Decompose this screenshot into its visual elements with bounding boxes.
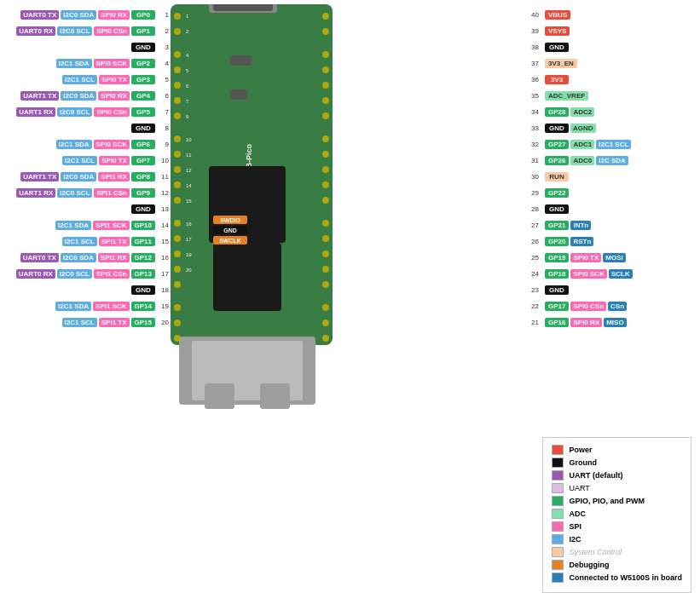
svg-text:12: 12: [186, 168, 192, 173]
gpio-label: GP28: [545, 107, 569, 117]
svg-point-15: [174, 135, 181, 142]
pin-function-label: UART0 RX: [16, 26, 55, 36]
right-pin-row: 22GP17SPI0 CSnCSn: [529, 298, 700, 314]
right-pin-row: 25GP19SPI0 TXMOSI: [529, 250, 700, 265]
pin-function-label: I2C1 SCL: [596, 140, 631, 149]
svg-point-47: [322, 335, 329, 342]
svg-point-46: [322, 319, 329, 326]
legend-color-box: [552, 547, 564, 557]
left-pin-row: UART0 RXI2C0 SCLSPI1 CSnGP1317: [0, 266, 171, 281]
pin-function-label: MISO: [604, 318, 626, 327]
gpio-label: GP18: [545, 269, 569, 279]
legend-color-box: [552, 573, 564, 583]
left-pin-row: UART1 RXI2C0 SCLSPI1 CSnGP912: [0, 185, 171, 200]
svg-text:SWDIO: SWDIO: [220, 217, 240, 223]
pin-function-label: SPI1 SCK: [93, 221, 129, 230]
pin-function-label: SPI0 SCK: [94, 140, 130, 149]
left-panel: UART0 TXI2C0 SDASPI0 RXGP01UART0 RXI2C0 …: [0, 0, 171, 610]
right-pin-row: 33GNDAGND: [529, 120, 700, 135]
right-pin-row: 21GP16SPI0 RXMISO: [529, 314, 700, 330]
legend-item: ADC: [552, 509, 682, 519]
legend-color-box: [552, 470, 564, 481]
legend-color-box: [552, 509, 564, 519]
legend-color-box: [552, 521, 564, 532]
gpio-label: GP19: [545, 253, 569, 262]
pin-function-label: UART1 RX: [16, 188, 55, 198]
gpio-label: GP9: [131, 188, 155, 198]
pin-function-label: SPI1 TX: [99, 318, 130, 327]
svg-text:20: 20: [186, 268, 192, 273]
gpio-label: GP4: [131, 91, 155, 101]
left-pin-row: UART1 RXI2C0 SCLSPI0 CSnGP57: [0, 104, 171, 119]
legend-item: System Control: [552, 547, 682, 557]
svg-point-14: [174, 112, 181, 119]
legend-color-box: [552, 445, 564, 455]
svg-point-43: [322, 266, 329, 273]
svg-rect-5: [205, 383, 234, 409]
svg-point-17: [174, 166, 181, 173]
svg-text:19: 19: [186, 252, 192, 257]
pin-number: 23: [531, 286, 543, 294]
pin-function-label: UART0 TX: [20, 10, 59, 20]
svg-point-36: [322, 151, 329, 158]
svg-point-13: [174, 97, 181, 104]
pin-function-label: SPI1 RX: [98, 172, 130, 181]
pin-number: 22: [531, 302, 543, 310]
svg-point-24: [174, 281, 181, 288]
pin-function-label: SPI0 CSn: [94, 26, 130, 36]
svg-point-30: [322, 51, 329, 58]
pin-function-label: SPI0 CSn: [570, 302, 606, 311]
gpio-label: GP0: [131, 10, 155, 20]
left-pin-row: UART0 TXI2C0 SDASPI0 RXGP01: [0, 7, 171, 22]
svg-point-19: [174, 197, 181, 204]
gpio-label: GP14: [131, 302, 155, 311]
svg-point-10: [174, 51, 181, 58]
right-pin-row: 363V3: [529, 72, 700, 87]
svg-point-9: [174, 28, 181, 35]
pin-number: 40: [531, 11, 543, 19]
svg-text:11: 11: [186, 152, 192, 158]
legend-label: GPIO, PIO, and PWM: [569, 497, 645, 505]
right-pin-row: 30RUN: [529, 169, 700, 184]
right-pin-row: 27GP21INTn: [529, 217, 700, 233]
pin-function-label: I2C0 SCL: [57, 269, 92, 279]
pin-function-label: SPI0 CSn: [94, 107, 130, 117]
gpio-label: GP1: [131, 26, 155, 36]
pin-number: 32: [531, 141, 543, 148]
left-pin-row: UART1 TXI2C0 SDASPI0 RXGP46: [0, 88, 171, 103]
gpio-label: 3V3_EN: [545, 59, 577, 68]
pin-function-label: UART1 RX: [16, 107, 55, 117]
svg-point-25: [174, 304, 181, 311]
svg-point-18: [174, 181, 181, 188]
legend-label: I2C: [569, 535, 581, 544]
pin-number: 27: [531, 222, 543, 229]
pin-number: 28: [531, 205, 543, 213]
pin-function-label: SPI0 TX: [570, 253, 601, 262]
right-pin-row: 31GP26ADC0I2C SDA: [529, 152, 700, 168]
gpio-label: GP3: [131, 75, 155, 84]
right-pin-row: 40VBUS: [529, 7, 700, 22]
left-pin-row: I2C1 SDASPI1 SCKGP1014: [0, 217, 171, 233]
pin-function-label: ADC2: [570, 107, 594, 117]
pin-number: 26: [531, 238, 543, 245]
gpio-label: GP8: [131, 172, 155, 181]
gpio-label: GP13: [131, 269, 155, 279]
svg-point-45: [322, 304, 329, 311]
pin-function-label: I2C SDA: [596, 156, 628, 165]
svg-point-21: [174, 235, 181, 242]
pin-function-label: MOSI: [603, 253, 625, 262]
svg-point-41: [322, 235, 329, 242]
legend-item: UART (default): [552, 470, 682, 481]
right-pin-row: 29GP22: [529, 185, 700, 200]
svg-point-31: [322, 66, 329, 73]
left-pin-row: I2C1 SDASPI0 SCKGP69: [0, 136, 171, 152]
pin-function-label: UART0 TX: [20, 253, 59, 262]
right-pin-row: 373V3_EN: [529, 55, 700, 71]
left-pin-row: UART1 TXI2C0 SDASPI1 RXGP811: [0, 169, 171, 184]
pin-function-label: SPI0 TX: [99, 75, 130, 84]
pin-number: 29: [531, 189, 543, 197]
gpio-label: GP5: [131, 107, 155, 117]
legend-item: I2C: [552, 534, 682, 544]
pin-function-label: INTn: [570, 221, 591, 230]
pin-function-label: I2C0 SDA: [61, 172, 96, 181]
